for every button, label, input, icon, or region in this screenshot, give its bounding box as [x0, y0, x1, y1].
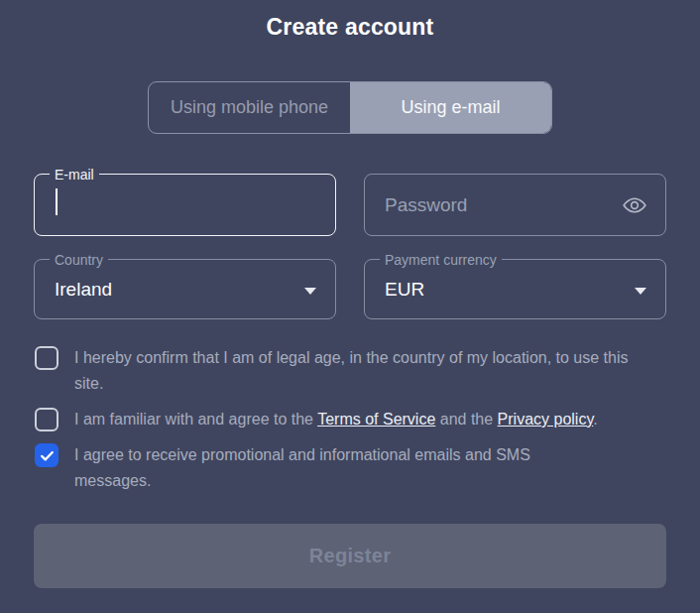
register-button[interactable]: Register: [34, 524, 666, 588]
checkmark-icon: [39, 447, 56, 464]
terms-of-service-link[interactable]: Terms of Service: [317, 411, 435, 428]
text-cursor: [56, 188, 58, 215]
privacy-policy-link[interactable]: Privacy policy: [498, 411, 594, 428]
promo-check-row: I agree to receive promotional and infor…: [34, 442, 666, 494]
payment-currency-selected-value: EUR: [385, 279, 424, 301]
email-field[interactable]: E-mail: [34, 174, 336, 236]
chevron-down-icon: [304, 288, 316, 295]
eye-icon[interactable]: [621, 191, 648, 219]
country-selected-value: Ireland: [55, 279, 112, 301]
terms-text-after: .: [593, 411, 597, 428]
terms-checkbox-label: I am familiar with and agree to the Term…: [74, 407, 598, 432]
terms-checkbox[interactable]: [35, 408, 58, 431]
email-field-label: E-mail: [50, 166, 99, 184]
tab-using-email[interactable]: Using e-mail: [350, 82, 551, 133]
promo-emails-checkbox-label: I agree to receive promotional and infor…: [74, 442, 602, 494]
signup-method-tabs: Using mobile phone Using e-mail: [148, 81, 552, 134]
password-placeholder: Password: [385, 194, 467, 216]
payment-currency-select[interactable]: Payment currency EUR: [364, 259, 666, 319]
legal-age-checkbox[interactable]: [35, 346, 58, 370]
legal-age-checkbox-label: I hereby confirm that I am of legal age,…: [74, 345, 647, 397]
agreements-section: I hereby confirm that I am of legal age,…: [34, 345, 666, 494]
promo-emails-checkbox[interactable]: [35, 443, 58, 467]
country-select-label: Country: [50, 251, 108, 269]
terms-text-before: I am familiar with and agree to the: [74, 411, 317, 428]
password-field[interactable]: Password: [364, 174, 666, 236]
page-title: Create account: [0, 14, 700, 41]
terms-check-row: I am familiar with and agree to the Term…: [34, 407, 666, 432]
chevron-down-icon: [635, 288, 646, 295]
payment-currency-select-label: Payment currency: [380, 251, 502, 269]
tab-using-mobile-phone[interactable]: Using mobile phone: [149, 82, 350, 133]
create-account-page: Create account Using mobile phone Using …: [0, 14, 700, 613]
country-select[interactable]: Country Ireland: [34, 259, 336, 319]
legal-age-check-row: I hereby confirm that I am of legal age,…: [34, 345, 666, 397]
terms-text-between: and the: [435, 411, 497, 428]
